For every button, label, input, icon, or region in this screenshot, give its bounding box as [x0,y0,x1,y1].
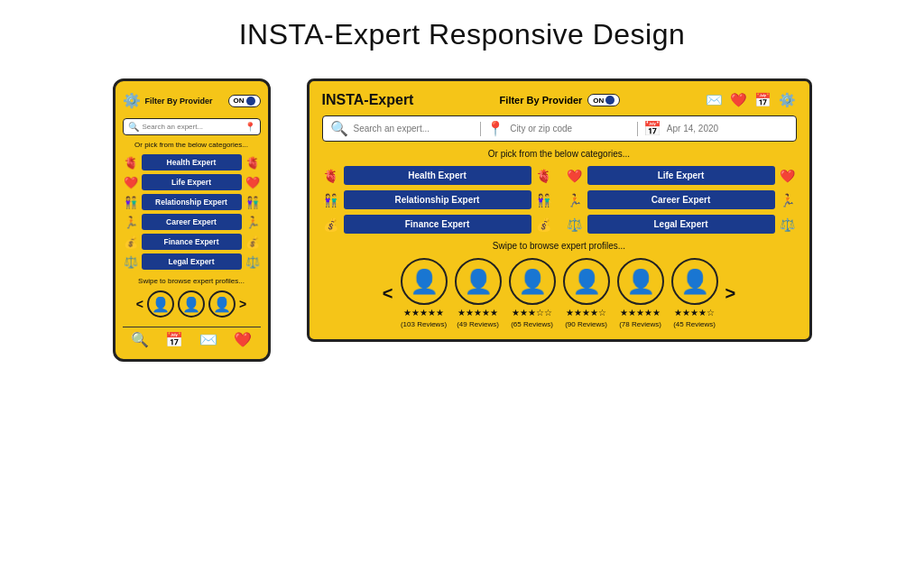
mobile-header-left: ⚙️ Filter By Provider [123,92,213,109]
tablet-reviews-6: (45 Reviews) [673,320,716,328]
tablet-profile-1: 👤 ★★★★★ (103 Reviews) [401,258,448,328]
mobile-mail-footer-icon[interactable]: ✉️ [199,331,217,348]
tablet-cat-career: 🏃 Career Expert 🏃 [566,190,797,209]
mobile-legal-expert-btn[interactable]: Legal Expert [142,253,242,270]
mobile-career-expert-btn[interactable]: Career Expert [142,214,242,230]
tablet-search-row: 🔍 📍 📅 [322,115,797,142]
tablet-legal-expert-btn[interactable]: Legal Expert [587,215,775,234]
tablet-career-expert-btn[interactable]: Career Expert [587,190,775,209]
tablet-search-icon: 🔍 [330,120,348,137]
tablet-stars-3: ★★★☆☆ [512,308,552,318]
tablet-reviews-4: (90 Reviews) [565,320,607,328]
tablet-career-icon-right: 🏃 [779,193,797,207]
tablet-health-icon-left: 🫀 [322,169,340,183]
tablet-categories: 🫀 Health Expert 🫀 ❤️ Life Expert ❤️ 👫 Re… [322,166,797,234]
tablet-profiles-row: < 👤 ★★★★★ (103 Reviews) 👤 ★★★★★ (49 Revi… [322,258,797,328]
tablet-header-center: Filter By Provider ON [500,94,621,106]
mobile-toggle[interactable]: ON [228,95,261,107]
relationship-icon-left: 👫 [123,196,139,209]
tablet-profile-3: 👤 ★★★☆☆ (65 Reviews) [509,258,556,328]
tablet-location-input[interactable] [510,124,632,134]
mobile-profile-3: 👤 [208,290,236,318]
mobile-device: ⚙️ Filter By Provider ON 🔍 📍 Or pick fro… [113,78,271,362]
tablet-swipe-text: Swipe to browse expert profiles... [322,241,797,251]
mobile-calendar-footer-icon[interactable]: 📅 [165,331,183,348]
mobile-life-expert-btn[interactable]: Life Expert [142,174,242,190]
mobile-search-input[interactable] [143,123,241,131]
tablet-stars-5: ★★★★★ [620,308,661,318]
mobile-categories: 🫀 Health Expert 🫀 ❤️ Life Expert ❤️ 👫 Re… [123,154,261,270]
tablet-legal-icon-left: ⚖️ [566,217,584,232]
tablet-relationship-icon-right: 👫 [535,193,553,207]
health-icon-left: 🫀 [123,156,139,170]
tablet-header: INSTA-Expert Filter By Provider ON ✉️ ❤️… [322,92,797,108]
mobile-header: ⚙️ Filter By Provider ON [123,90,261,113]
tablet-heart-icon[interactable]: ❤️ [730,92,747,108]
tablet-reviews-5: (78 Reviews) [619,320,661,328]
tablet-toggle[interactable]: ON [587,94,620,106]
tablet-filter-label: Filter By Provider [500,95,583,106]
tablet-search-input[interactable] [354,124,476,134]
mobile-relationship-expert-btn[interactable]: Relationship Expert [142,194,242,210]
tablet-finance-expert-btn[interactable]: Finance Expert [344,215,531,234]
tablet-avatar-4: 👤 [563,258,610,305]
tablet-header-icons: ✉️ ❤️ 📅 ⚙️ [706,92,796,108]
location-icon: 📍 [245,122,255,132]
tablet-stars-6: ★★★★☆ [674,308,715,318]
tablet-prev-btn[interactable]: < [383,283,393,304]
tablet-career-icon-left: 🏃 [566,193,584,207]
mobile-toggle-label: ON [234,97,245,105]
mobile-search-footer-icon[interactable]: 🔍 [131,331,149,348]
divider-1 [480,122,481,136]
mobile-footer: 🔍 📅 ✉️ ❤️ [123,327,261,350]
tablet-life-expert-btn[interactable]: Life Expert [587,166,775,185]
tablet-date-input[interactable] [667,124,789,134]
tablet-legal-icon-right: ⚖️ [779,217,797,232]
tablet-device: INSTA-Expert Filter By Provider ON ✉️ ❤️… [307,78,812,342]
tablet-toggle-label: ON [593,97,604,105]
tablet-profile-6: 👤 ★★★★☆ (45 Reviews) [671,258,718,328]
tablet-life-icon-left: ❤️ [566,169,584,183]
tablet-avatar-3: 👤 [509,258,556,305]
tablet-logo: INSTA-Expert [322,92,414,108]
tablet-mail-icon[interactable]: ✉️ [706,92,723,108]
tablet-toggle-circle [605,96,614,105]
tablet-calendar-icon[interactable]: 📅 [754,92,772,108]
mobile-filter-label: Filter By Provider [145,97,213,106]
tablet-health-expert-btn[interactable]: Health Expert [344,166,531,185]
tablet-finance-icon-right: 💰 [535,217,553,232]
tablet-stars-2: ★★★★★ [457,308,498,318]
gear-icon: ⚙️ [123,92,141,109]
tablet-cat-relationship: 👫 Relationship Expert 👫 [322,190,553,209]
tablet-reviews-2: (49 Reviews) [457,320,499,328]
mobile-cat-row-life: ❤️ Life Expert ❤️ [123,174,261,190]
mobile-health-expert-btn[interactable]: Health Expert [142,154,242,170]
mobile-finance-expert-btn[interactable]: Finance Expert [142,234,242,250]
page-title: INSTA-Expert Responsive Design [239,18,686,51]
mobile-prev-btn[interactable]: < [136,297,143,311]
career-icon-right: 🏃 [245,216,261,229]
finance-icon-right: 💰 [245,235,261,249]
mobile-next-btn[interactable]: > [239,297,246,311]
mobile-search-bar: 🔍 📍 [123,118,261,135]
tablet-gear-icon[interactable]: ⚙️ [779,92,796,108]
divider-2 [637,122,638,136]
tablet-next-btn[interactable]: > [725,283,736,304]
tablet-avatar-6: 👤 [671,258,718,305]
legal-icon-left: ⚖️ [123,255,139,269]
mobile-profile-2: 👤 [178,290,205,318]
tablet-avatar-1: 👤 [401,258,448,305]
tablet-stars-1: ★★★★★ [403,308,444,318]
tablet-relationship-expert-btn[interactable]: Relationship Expert [344,190,531,209]
mobile-heart-footer-icon[interactable]: ❤️ [234,331,252,348]
tablet-date-icon: 📅 [643,120,661,137]
tablet-profile-4: 👤 ★★★★☆ (90 Reviews) [563,258,610,328]
devices-row: ⚙️ Filter By Provider ON 🔍 📍 Or pick fro… [113,78,812,362]
life-icon-right: ❤️ [245,176,261,189]
tablet-life-icon-right: ❤️ [779,169,797,183]
mobile-or-pick-label: Or pick from the below categories... [123,141,261,149]
life-icon-left: ❤️ [123,176,139,189]
finance-icon-left: 💰 [123,235,139,249]
mobile-cat-row-legal: ⚖️ Legal Expert ⚖️ [123,253,261,270]
mobile-cat-row-finance: 💰 Finance Expert 💰 [123,234,261,250]
